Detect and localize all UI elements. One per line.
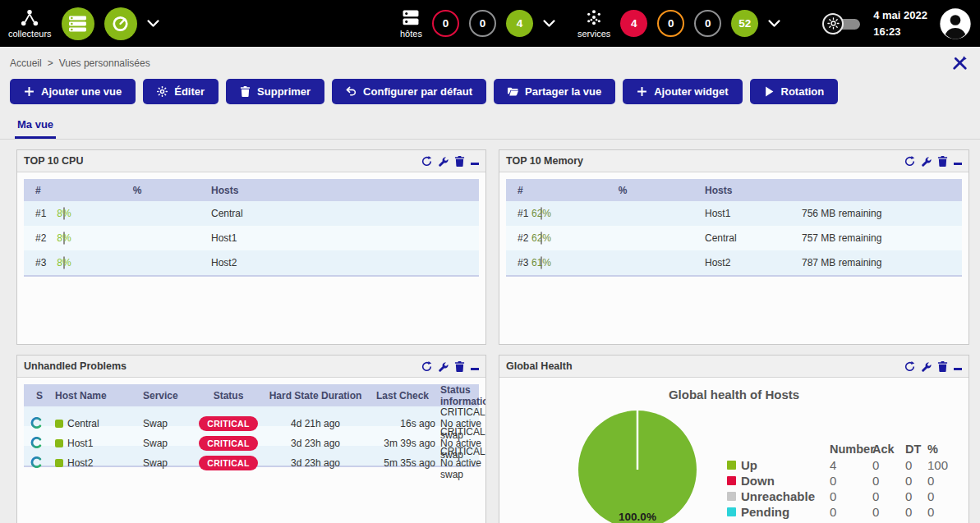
trash-icon[interactable] (937, 156, 948, 167)
cpu-row: #2 8% Host1 (24, 226, 479, 250)
problem-duration: 4d 21h ago (266, 418, 365, 429)
cpu-widget-header: TOP 10 CPU (17, 150, 485, 172)
minimize-icon[interactable] (471, 363, 479, 370)
wrench-icon[interactable] (921, 156, 932, 167)
refresh-icon[interactable] (904, 156, 915, 167)
refresh-icon[interactable] (421, 361, 432, 372)
cpu-widget-body: # % Hosts #1 8% Central #2 8% Host1 #3 8… (17, 172, 485, 344)
services-ok-counter[interactable]: 52 (731, 10, 758, 37)
folder-icon (508, 86, 518, 97)
pollers-chevron-down-icon[interactable] (147, 20, 159, 27)
up-color-swatch (727, 461, 736, 470)
hosts-chevron-down-icon[interactable] (543, 20, 555, 27)
widget-global-health: Global Health Global health of Hosts 100… (499, 355, 969, 523)
pie-legend: Number Ack DT % Up 4 0 0 100 Down 0 (727, 442, 964, 520)
cpu-host-name: Host2 (211, 257, 479, 268)
delete-view-button[interactable]: Supprimer (226, 79, 324, 104)
theme-toggle[interactable] (822, 12, 862, 35)
pollers-menu[interactable]: collecteurs (8, 9, 52, 39)
refresh-icon[interactable] (904, 361, 915, 372)
problem-service: Swap (143, 418, 191, 429)
cpu-usage-bar: 8% (63, 232, 65, 245)
hosts-down-counter[interactable]: 0 (432, 10, 459, 37)
minimize-icon[interactable] (954, 158, 962, 165)
widget-unhandled-problems: Unhandled Problems S Host Name Service S… (16, 355, 486, 523)
legend-number: 0 (830, 489, 872, 504)
poller-list-button[interactable] (62, 7, 94, 40)
services-chevron-down-icon[interactable] (768, 20, 780, 27)
top-navigation-bar: collecteurs hôtes 0 0 4 services 4 0 0 5… (0, 0, 980, 47)
wrench-icon[interactable] (438, 156, 449, 167)
breadcrumb-row: Accueil > Vues personnalisées (0, 47, 980, 71)
legend-label: Down (741, 473, 830, 489)
memory-table: # % Hosts #1 62% Host1 756 MB remaining … (506, 179, 962, 277)
breadcrumb-separator: > (48, 57, 53, 69)
rotation-button[interactable]: Rotation (750, 79, 839, 104)
problem-host-name: Host2 (67, 457, 93, 469)
trash-icon[interactable] (454, 156, 465, 167)
tab-ma-vue[interactable]: Ma vue (15, 114, 56, 139)
services-warning-counter[interactable]: 0 (657, 10, 684, 37)
share-view-button[interactable]: Partager la vue (494, 79, 615, 104)
minimize-icon[interactable] (954, 363, 962, 370)
problems-col-service: Service (143, 390, 191, 401)
play-icon (764, 86, 775, 97)
problem-status-info: CRITICAL: No active swap (440, 446, 486, 480)
centreon-service-icon[interactable] (30, 417, 42, 429)
memory-col-hosts: Hosts (705, 185, 802, 196)
problems-col-host: Host Name (55, 390, 143, 401)
legend-dt: 0 (905, 504, 927, 520)
unreachable-color-swatch (727, 492, 736, 501)
poller-stats-button[interactable] (104, 7, 137, 40)
minimize-icon[interactable] (471, 158, 479, 165)
page-tools-icon[interactable] (951, 54, 968, 71)
hosts-up-counter[interactable]: 4 (506, 10, 533, 37)
legend-percent: 0 (927, 504, 964, 520)
legend-ack: 0 (872, 473, 905, 489)
pending-color-swatch (727, 507, 736, 516)
add-view-button[interactable]: Ajouter une vue (10, 79, 136, 104)
wrench-icon[interactable] (438, 361, 449, 372)
services-menu[interactable]: services (577, 9, 610, 39)
breadcrumb-home-link[interactable]: Accueil (10, 57, 42, 69)
memory-col-rank: # (506, 185, 541, 196)
wrench-icon[interactable] (921, 361, 932, 372)
edit-view-button[interactable]: Éditer (143, 79, 219, 104)
memory-usage-bar: 62% (541, 207, 542, 220)
trash-icon[interactable] (937, 361, 948, 372)
legend-dt: 0 (905, 473, 927, 489)
add-widget-button[interactable]: Ajouter widget (623, 79, 742, 104)
services-status-group: services 4 0 0 52 (577, 0, 780, 47)
hosts-unreachable-counter[interactable]: 0 (469, 10, 496, 37)
delete-view-label: Supprimer (257, 85, 311, 98)
host-up-status-square (55, 439, 63, 447)
pollers-group: collecteurs (8, 0, 159, 47)
legend-number: 4 (830, 457, 872, 473)
memory-host-name: Central (705, 232, 802, 244)
problem-duration: 3d 23h ago (266, 457, 365, 469)
problems-col-info: Status information (440, 384, 486, 407)
services-unknown-counter[interactable]: 0 (694, 10, 721, 37)
breadcrumb-current-link[interactable]: Vues personnalisées (59, 57, 150, 69)
problems-col-duration: Hard State Duration (266, 390, 365, 401)
legend-dt: 0 (905, 489, 927, 504)
user-avatar[interactable] (939, 7, 972, 40)
sun-icon (827, 17, 840, 30)
clock-time: 16:23 (873, 24, 927, 40)
legend-number: 0 (830, 473, 872, 489)
refresh-icon[interactable] (421, 156, 432, 167)
legend-col-dt: DT (905, 442, 927, 457)
memory-row: #2 62% Central 757 MB remaining (506, 226, 962, 250)
hosts-status-group: hôtes 0 0 4 (400, 0, 555, 47)
centreon-service-icon[interactable] (30, 437, 42, 448)
legend-number: 0 (830, 504, 872, 520)
services-critical-counter[interactable]: 4 (620, 10, 647, 37)
memory-remaining: 756 MB remaining (802, 208, 962, 219)
status-badge: CRITICAL (199, 456, 257, 470)
centreon-service-icon[interactable] (30, 456, 42, 468)
legend-label: Unreachable (741, 489, 830, 504)
cpu-col-rank: # (24, 185, 63, 196)
hosts-menu[interactable]: hôtes (400, 9, 422, 39)
trash-icon[interactable] (454, 361, 465, 372)
set-default-button[interactable]: Configurer par défaut (332, 79, 486, 104)
